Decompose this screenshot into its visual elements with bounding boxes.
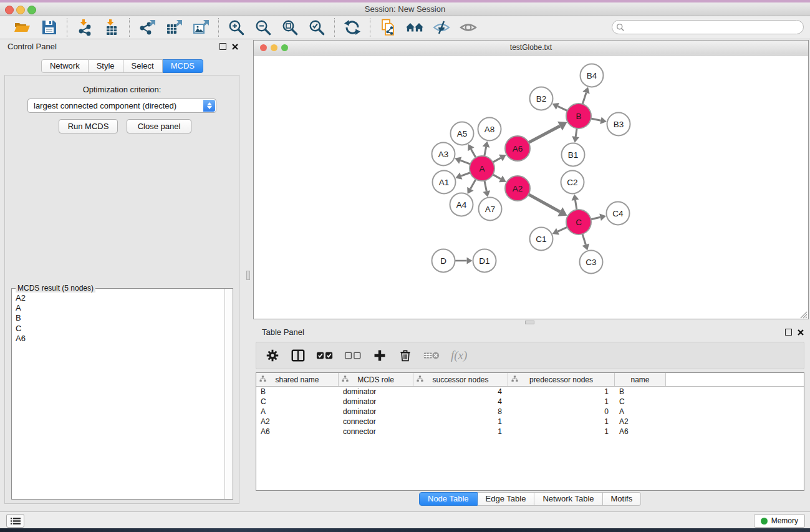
graph-node-label: C2 <box>567 178 577 187</box>
clone-network-button[interactable] <box>378 18 397 37</box>
column-header-shared-name[interactable]: shared name <box>256 373 339 386</box>
graph-node-label: B2 <box>536 94 547 104</box>
graph-edge-A-A4 <box>470 179 476 188</box>
function-builder-button[interactable]: f(x) <box>451 347 467 364</box>
table-cell: B <box>615 387 666 396</box>
graph-node-label: C1 <box>536 235 546 244</box>
function-builder-icon: f(x) <box>451 349 467 362</box>
table-row[interactable]: Bdominator41B <box>256 387 804 397</box>
close-panel-icon[interactable] <box>232 44 238 50</box>
close-table-panel-icon[interactable] <box>798 329 804 336</box>
graph-node-label: A <box>479 164 485 173</box>
result-item[interactable]: A6 <box>16 334 225 344</box>
control-panel-tabs: NetworkStyleSelectMCDS <box>0 59 244 73</box>
export-table-button[interactable] <box>165 18 183 37</box>
graph-node-label: D <box>440 256 446 266</box>
table-cell: A2 <box>615 417 666 426</box>
result-item[interactable]: C <box>16 324 225 334</box>
export-image-button[interactable] <box>191 18 210 37</box>
graph-edge-A-A5 <box>471 149 476 157</box>
graph-edge-C-C1 <box>558 227 567 231</box>
resize-grip-icon[interactable] <box>799 311 808 319</box>
column-header-MCDS-role[interactable]: MCDS role <box>339 373 413 386</box>
result-item[interactable]: A2 <box>16 293 225 303</box>
tab-network[interactable]: Network <box>41 59 89 73</box>
column-header-name[interactable]: name <box>615 373 666 386</box>
attribute-icon <box>342 375 349 384</box>
hide-graphics-details-button[interactable] <box>432 18 451 37</box>
import-table-button[interactable] <box>102 18 121 37</box>
zoom-in-button[interactable] <box>227 18 246 37</box>
tab-network-table[interactable]: Network Table <box>534 492 602 506</box>
dropdown-stepper-icon[interactable] <box>203 100 215 112</box>
header-filler <box>666 373 804 386</box>
graph-arrowhead <box>572 194 579 200</box>
toggle-columns-button[interactable] <box>291 347 306 364</box>
search-input[interactable] <box>627 22 799 32</box>
delete-table-button[interactable] <box>423 347 440 364</box>
search-box[interactable] <box>612 20 804 34</box>
table-row[interactable]: Adominator80A <box>256 407 804 417</box>
run-mcds-button[interactable]: Run MCDS <box>59 119 118 133</box>
import-network-button[interactable] <box>75 18 94 37</box>
table-cell: 1 <box>508 417 615 426</box>
table-cell: 1 <box>413 417 508 426</box>
open-folder-button[interactable] <box>13 18 32 37</box>
network-canvas[interactable]: B4B2B3A5A8A3B1A1C2A4A7C4C1C3DD1AA6A2BC <box>254 56 808 319</box>
toggle-columns-icon <box>291 348 306 363</box>
memory-label: Memory <box>771 516 798 525</box>
select-all-rows-button[interactable] <box>316 347 334 364</box>
show-graphics-details-icon <box>460 19 477 36</box>
tab-style[interactable]: Style <box>89 59 123 73</box>
table-row[interactable]: A6connector11A6 <box>256 427 804 437</box>
graph-edge-B-B2 <box>557 106 567 110</box>
graph-edge-B-B1 <box>576 128 577 137</box>
result-list-scrollbar[interactable] <box>224 289 233 499</box>
column-header-predecessor-nodes[interactable]: predecessor nodes <box>508 373 615 386</box>
status-bar: Memory <box>0 511 810 528</box>
save-button[interactable] <box>40 18 59 37</box>
float-panel-icon[interactable] <box>219 43 226 50</box>
result-item[interactable]: B <box>16 313 225 323</box>
graph-node-label: A8 <box>485 125 495 134</box>
deselect-all-rows-button[interactable] <box>344 347 362 364</box>
desktop-edge-strip-bottom <box>0 528 810 532</box>
main-toolbar-groups <box>5 16 486 39</box>
tab-motifs[interactable]: Motifs <box>603 492 642 506</box>
column-header-label: name <box>630 375 649 384</box>
control-panel-title: Control Panel <box>7 42 57 51</box>
zoom-selected-button[interactable] <box>307 18 326 37</box>
add-column-button[interactable] <box>372 347 387 364</box>
tab-node-table[interactable]: Node Table <box>419 492 478 506</box>
attribute-icon <box>511 375 518 384</box>
delete-table-icon <box>423 348 440 363</box>
open-folder-icon <box>14 19 31 36</box>
show-graphics-details-button[interactable] <box>459 18 478 37</box>
zoom-out-button[interactable] <box>254 18 272 37</box>
tab-select[interactable]: Select <box>123 59 163 73</box>
delete-columns-button[interactable] <box>398 347 413 364</box>
export-network-button[interactable] <box>138 18 157 37</box>
export-table-icon <box>165 19 183 36</box>
close-panel-button[interactable]: Close panel <box>127 119 191 133</box>
memory-button[interactable]: Memory <box>754 514 805 528</box>
settings-gear-button[interactable] <box>265 347 280 364</box>
criterion-dropdown[interactable]: largest connected component (directed) <box>27 99 216 113</box>
table-row[interactable]: A2connector11A2 <box>256 417 804 427</box>
home-button[interactable] <box>405 18 424 37</box>
graph-node-label: A2 <box>513 184 523 193</box>
result-item[interactable]: A <box>16 303 225 313</box>
graph-edge-A2-C <box>529 195 561 212</box>
tab-mcds[interactable]: MCDS <box>163 59 203 73</box>
task-history-button[interactable] <box>6 514 24 528</box>
refresh-button[interactable] <box>343 18 362 37</box>
float-table-panel-icon[interactable] <box>785 329 792 336</box>
table-cell: A2 <box>256 417 339 426</box>
zoom-fit-button[interactable] <box>281 18 299 37</box>
column-header-successor-nodes[interactable]: successor nodes <box>413 373 508 386</box>
vertical-split-handle[interactable] <box>246 271 250 280</box>
import-network-icon <box>76 19 94 36</box>
table-cell: 1 <box>508 397 615 406</box>
tab-edge-table[interactable]: Edge Table <box>478 492 535 506</box>
table-row[interactable]: Cdominator41C <box>256 397 804 407</box>
